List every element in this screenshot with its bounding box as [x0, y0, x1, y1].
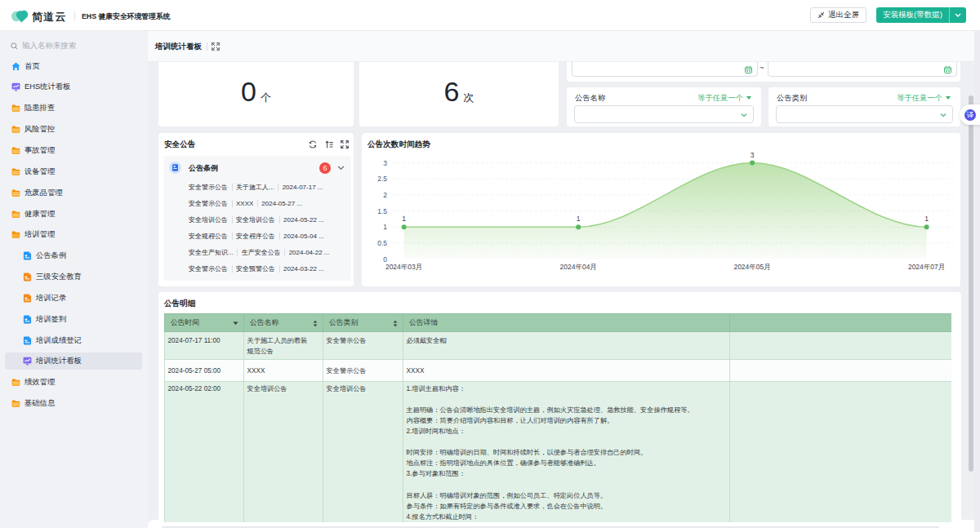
- svg-text:2024年05月: 2024年05月: [733, 263, 770, 271]
- svg-text:2024年07月: 2024年07月: [908, 263, 945, 271]
- svg-text:2.5: 2.5: [377, 175, 387, 183]
- svg-text:3: 3: [383, 159, 387, 167]
- svg-text:1: 1: [383, 223, 387, 231]
- svg-text:0: 0: [383, 255, 387, 264]
- svg-text:1: 1: [924, 215, 929, 223]
- svg-text:0.5: 0.5: [377, 239, 387, 247]
- svg-text:1: 1: [577, 215, 581, 223]
- svg-text:2: 2: [383, 191, 387, 199]
- svg-text:1: 1: [402, 215, 406, 223]
- svg-text:1.5: 1.5: [377, 207, 387, 215]
- svg-text:2024年03月: 2024年03月: [385, 263, 422, 271]
- svg-text:2024年04月: 2024年04月: [560, 263, 597, 271]
- svg-text:3: 3: [751, 151, 755, 159]
